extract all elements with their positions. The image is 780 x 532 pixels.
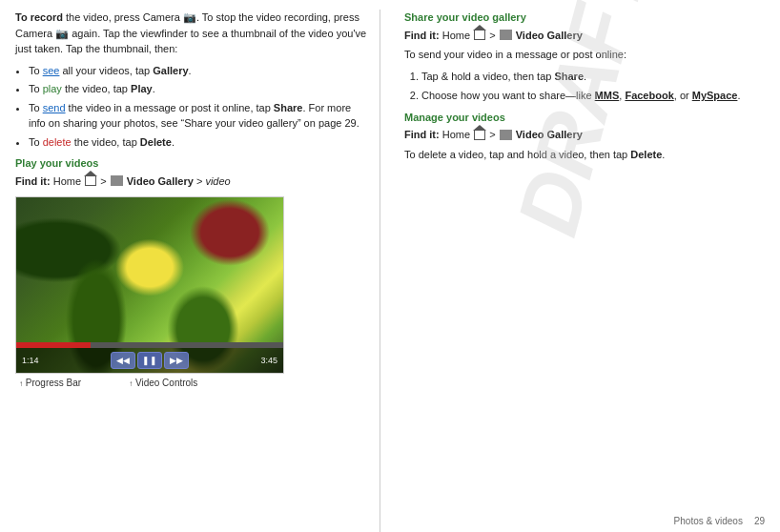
send-highlight: send [43, 102, 66, 113]
rewind-icon: ◀◀ [116, 356, 130, 365]
step-1: Tap & hold a video, then tap Share. [421, 69, 765, 85]
gallery-icon-right [500, 30, 512, 40]
delete-bold-right: Delete [630, 149, 662, 160]
bullet-send: To send the video in a message or post i… [29, 100, 370, 132]
gallery-icon-left [111, 175, 123, 186]
play-videos-title: Play your videos [15, 155, 370, 172]
bullet-list: To see all your videos, tap Gallery. To … [29, 63, 370, 151]
step1-share-bold: Share [554, 71, 584, 82]
video-controls-label: ↑ Video Controls [129, 378, 197, 388]
bullet-see: To see all your videos, tap Gallery. [29, 63, 370, 79]
pause-button[interactable]: ❚❚ [137, 352, 162, 369]
video-gallery-label-manage: Video Gallery [516, 129, 583, 140]
time-left: 1:14 [22, 356, 39, 365]
manage-videos-title: Manage your videos [404, 110, 765, 126]
findit-label-right: Find it: [404, 30, 440, 41]
delete-highlight: delete [43, 136, 72, 148]
home-icon-right [474, 30, 485, 40]
intro-paragraph: To record the video, press Camera 📷. To … [15, 10, 370, 57]
control-buttons: ◀◀ ❚❚ ▶▶ [111, 352, 189, 369]
share-intro: To send your video in a message or post … [404, 47, 765, 63]
share-gallery-findit: Find it: Home > Video Gallery [404, 28, 765, 44]
play-videos-findit: Find it: Home > Video Gallery > video [15, 174, 370, 190]
left-column: To record the video, press Camera 📷. To … [15, 10, 378, 509]
delete-period: . [662, 149, 665, 160]
play-bold: Play [131, 83, 153, 94]
to-record-text: To record [15, 11, 63, 23]
step2-facebook-bold: Facebook [625, 90, 673, 101]
progress-fill [16, 342, 91, 348]
column-divider [380, 10, 380, 532]
progress-track[interactable] [16, 342, 283, 348]
steps-list: Tap & hold a video, then tap Share. Choo… [421, 69, 765, 104]
progress-bar-label: ↑ Progress Bar [19, 378, 81, 388]
step-2: Choose how you want to share—like MMS, F… [421, 88, 765, 104]
step2-myspace-bold: MySpace [692, 90, 738, 101]
intro-text: the video, press Camera 📷. To stop the v… [15, 11, 366, 54]
findit-label: Find it: [15, 175, 51, 187]
home-icon [85, 175, 96, 186]
home-icon-manage [474, 130, 485, 140]
manage-videos-findit: Find it: Home > Video Gallery [404, 127, 765, 143]
page-number: 29 [754, 516, 765, 526]
play-highlight: play [43, 83, 62, 94]
time-right: 3:45 [260, 356, 277, 365]
video-gallery-label-right: Video Gallery [516, 30, 583, 41]
share-gallery-title: Share your video gallery [404, 10, 765, 26]
right-column: Share your video gallery Find it: Home >… [397, 10, 765, 509]
video-controls-bar: 1:14 ◀◀ ❚❚ ▶▶ 3:45 [16, 342, 283, 373]
video-gallery-label: Video Gallery [127, 175, 194, 187]
step2-mms-bold: MMS [595, 90, 620, 101]
bullet-delete: To delete the video, tap Delete. [29, 134, 370, 151]
footer: Photos & videos 29 [674, 516, 765, 526]
video-labels: ↑ Progress Bar ↑ Video Controls [19, 378, 370, 388]
manage-text: To delete a video, tap and hold a video,… [404, 147, 765, 163]
arrow-up-icon: ↑ [19, 379, 23, 388]
see-highlight: see [43, 65, 60, 76]
bullet-play: To play the video, tap Play. [29, 81, 370, 97]
video-player: 1:14 ◀◀ ❚❚ ▶▶ 3:45 [15, 196, 284, 374]
forward-button[interactable]: ▶▶ [164, 352, 189, 369]
footer-section: Photos & videos [674, 516, 743, 526]
delete-bold: Delete [140, 136, 172, 148]
gallery-bold: Gallery [153, 65, 188, 76]
rewind-button[interactable]: ◀◀ [111, 352, 135, 369]
video-controls-label-text: Video Controls [135, 378, 197, 388]
arrow-up-icon-2: ↑ [129, 379, 133, 388]
progress-bar-label-text: Progress Bar [26, 378, 81, 388]
share-bold: Share [274, 102, 303, 113]
controls-row: 1:14 ◀◀ ❚❚ ▶▶ 3:45 [16, 348, 283, 373]
pause-icon: ❚❚ [142, 356, 157, 365]
gallery-icon-manage [500, 130, 512, 140]
findit-label-manage: Find it: [404, 129, 440, 140]
manage-text-content: To delete a video, tap and hold a video,… [404, 149, 630, 160]
forward-icon: ▶▶ [170, 356, 183, 365]
